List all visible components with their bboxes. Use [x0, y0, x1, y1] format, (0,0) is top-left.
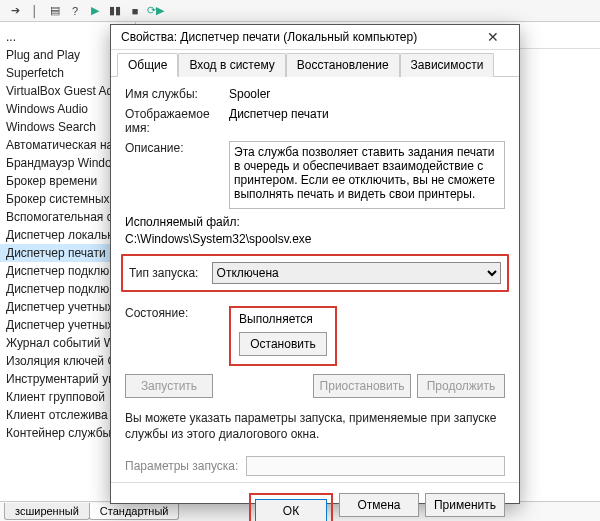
- tab-recovery[interactable]: Восстановление: [286, 53, 400, 77]
- apply-button[interactable]: Применить: [425, 493, 505, 517]
- value-state: Выполняется: [239, 312, 327, 326]
- play-all-icon[interactable]: ▶: [88, 4, 102, 18]
- arrow-right-icon[interactable]: ➔: [8, 4, 22, 18]
- label-params: Параметры запуска:: [125, 459, 238, 473]
- tab-logon[interactable]: Вход в систему: [178, 53, 285, 77]
- tab-general[interactable]: Общие: [117, 53, 178, 77]
- pause-button: Приостановить: [313, 374, 411, 398]
- start-button: Запустить: [125, 374, 213, 398]
- value-service-name: Spooler: [229, 87, 505, 101]
- label-exe-path: Исполняемый файл:: [125, 215, 505, 229]
- document-icon[interactable]: ▤: [48, 4, 62, 18]
- startup-params-input: [246, 456, 505, 476]
- label-state: Состояние:: [125, 306, 221, 320]
- restart-icon[interactable]: ⟳▶: [148, 4, 162, 18]
- highlight-startup-type: Тип запуска: Отключена: [121, 254, 509, 292]
- label-startup-type: Тип запуска:: [129, 266, 204, 280]
- toolbar: ➔ │ ▤ ? ▶ ▮▮ ■ ⟳▶: [0, 0, 600, 22]
- dialog-tabs: Общие Вход в систему Восстановление Зави…: [111, 52, 519, 77]
- ok-button[interactable]: ОК: [255, 499, 327, 521]
- close-button[interactable]: ✕: [473, 25, 513, 49]
- value-display-name: Диспетчер печати: [229, 107, 505, 121]
- close-icon: ✕: [487, 29, 499, 45]
- highlight-ok: ОК: [249, 493, 333, 521]
- label-display-name: Отображаемое имя:: [125, 107, 221, 135]
- value-description[interactable]: [229, 141, 505, 209]
- service-properties-dialog: Свойства: Диспетчер печати (Локальный ко…: [110, 24, 520, 504]
- label-description: Описание:: [125, 141, 221, 155]
- divider-icon: │: [28, 4, 42, 18]
- startup-type-select[interactable]: Отключена: [212, 262, 501, 284]
- dialog-title: Свойства: Диспетчер печати (Локальный ко…: [121, 30, 473, 44]
- pause-icon[interactable]: ▮▮: [108, 4, 122, 18]
- label-service-name: Имя службы:: [125, 87, 221, 101]
- tab-extended[interactable]: зсширенный: [4, 503, 90, 520]
- help-icon[interactable]: ?: [68, 4, 82, 18]
- startup-params-hint: Вы можете указать параметры запуска, при…: [125, 410, 505, 442]
- resume-button: Продолжить: [417, 374, 505, 398]
- cancel-button[interactable]: Отмена: [339, 493, 419, 517]
- highlight-state: Выполняется Остановить: [229, 306, 337, 366]
- stop-button[interactable]: Остановить: [239, 332, 327, 356]
- stop-icon[interactable]: ■: [128, 4, 142, 18]
- value-exe-path: C:\Windows\System32\spoolsv.exe: [125, 232, 505, 246]
- tab-dependencies[interactable]: Зависимости: [400, 53, 495, 77]
